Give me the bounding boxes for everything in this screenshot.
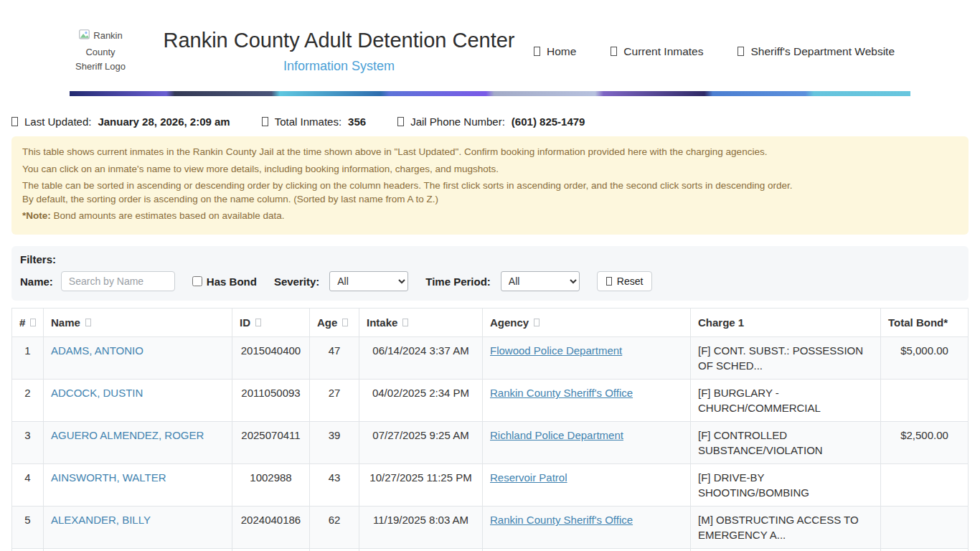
row-number: 2 <box>12 380 44 422</box>
info-paragraph-3: The table can be sorted in ascending or … <box>22 179 958 207</box>
nav-item-sheriff-website[interactable]: Sheriff's Department Website <box>738 45 895 58</box>
total-inmates-label: Total Inmates: <box>275 116 341 128</box>
total-inmates-value: 356 <box>348 116 366 128</box>
inmate-age: 62 <box>310 507 359 549</box>
agency-link[interactable]: Richland Police Department <box>490 429 623 441</box>
nav-item-current-inmates[interactable]: Current Inmates <box>611 45 703 58</box>
table-row: 4 AINSWORTH, WALTER 1002988 43 10/27/202… <box>12 464 969 507</box>
inmates-icon <box>611 47 617 56</box>
column-header-name[interactable]: Name <box>44 309 232 337</box>
status-bar: Last Updated: January 28, 2026, 2:09 am … <box>11 116 969 128</box>
agency-cell: Reservoir Patrol <box>483 464 691 507</box>
agency-link[interactable]: Reservoir Patrol <box>490 471 567 484</box>
phone-icon <box>397 117 404 126</box>
home-icon <box>534 47 540 56</box>
severity-select[interactable]: All <box>329 271 408 291</box>
sheriff-logo: Rankin County Sheriff Logo <box>70 29 131 74</box>
column-header-agency[interactable]: Agency <box>483 309 691 337</box>
table-header-row: # Name ID Age Intake Agency Charge 1 Tot… <box>12 309 969 337</box>
info-note: *Note: Bond amounts are estimates based … <box>22 209 958 223</box>
info-paragraph-3-line1: The table can be sorted in ascending or … <box>22 180 793 191</box>
row-number: 3 <box>12 422 44 464</box>
inmate-age: 43 <box>310 464 359 507</box>
nav-label-sheriff-website: Sheriff's Department Website <box>750 45 895 58</box>
page-title: Rankin County Adult Detention Center <box>144 29 534 52</box>
calendar-icon <box>11 117 18 126</box>
table-row: 1 ADAMS, ANTONIO 2015040400 47 06/14/202… <box>12 337 969 380</box>
inmate-name-link[interactable]: AGUERO ALMENDEZ, ROGER <box>51 429 204 441</box>
agency-cell: Flowood Police Department <box>483 337 691 380</box>
logo-alt-text-1: Rankin <box>93 30 122 41</box>
agency-cell: Rankin County Sheriff's Office <box>483 507 691 549</box>
logo-alt-text-2: County <box>85 47 115 57</box>
inmate-age: 39 <box>310 422 359 464</box>
header-gradient-divider <box>70 91 910 96</box>
row-number: 5 <box>12 507 44 549</box>
agency-link[interactable]: Rankin County Sheriff's Office <box>490 514 633 526</box>
inmate-name-cell: ADAMS, ANTONIO <box>44 337 232 380</box>
sort-icon <box>30 319 36 326</box>
agency-cell: Richland Police Department <box>483 422 691 464</box>
total-bond: $5,000.00 <box>881 337 969 380</box>
inmate-id: 2011050093 <box>232 380 310 422</box>
intake-datetime: 10/27/2025 11:25 PM <box>359 464 483 507</box>
charge-text: [F] DRIVE-BY SHOOTING/BOMBING <box>691 464 881 507</box>
intake-datetime: 11/19/2025 8:03 AM <box>359 507 483 549</box>
jail-phone-status: Jail Phone Number: (601) 825-1479 <box>397 116 585 128</box>
reset-filters-button[interactable]: Reset <box>597 271 653 291</box>
column-header-age[interactable]: Age <box>310 309 359 337</box>
column-header-id[interactable]: ID <box>232 309 310 337</box>
info-paragraph-3-line2: By default, the sorting order is ascendi… <box>22 194 438 204</box>
table-row: 3 AGUERO ALMENDEZ, ROGER 2025070411 39 0… <box>12 422 969 464</box>
charge-text: [F] BURGLARY - CHURCH/COMMERCIAL <box>691 380 881 422</box>
nav-item-home[interactable]: Home <box>534 45 576 58</box>
last-updated-label: Last Updated: <box>24 116 91 128</box>
time-period-select[interactable]: All <box>501 271 580 291</box>
row-number: 4 <box>12 464 44 507</box>
jail-phone-value: (601) 825-1479 <box>512 116 585 128</box>
sort-icon <box>342 319 348 326</box>
total-bond <box>881 464 969 507</box>
page-subtitle: Information System <box>144 59 534 74</box>
info-note-text: Bond amounts are estimates based on avai… <box>54 210 285 221</box>
total-inmates-status: Total Inmates: 356 <box>262 116 366 128</box>
info-note-label: *Note: <box>22 210 51 221</box>
inmate-id: 2015040400 <box>232 337 310 380</box>
time-period-filter-label: Time Period: <box>425 276 491 288</box>
inmates-table: # Name ID Age Intake Agency Charge 1 Tot… <box>11 308 969 551</box>
external-link-icon <box>738 47 744 56</box>
column-header-number[interactable]: # <box>12 309 44 337</box>
agency-cell: Rankin County Sheriff's Office <box>483 380 691 422</box>
info-notice-box: This table shows current inmates in the … <box>11 136 969 235</box>
sort-icon <box>85 319 91 326</box>
total-bond: $2,500.00 <box>881 422 969 464</box>
agency-link[interactable]: Rankin County Sheriff's Office <box>490 387 633 399</box>
inmate-name-cell: ALEXANDER, BILLY <box>44 507 232 549</box>
users-icon <box>262 117 268 126</box>
table-row: 5 ALEXANDER, BILLY 2024040186 62 11/19/2… <box>12 507 969 549</box>
agency-link[interactable]: Flowood Police Department <box>490 344 622 357</box>
name-filter-label: Name: <box>20 276 53 288</box>
charge-text: [M] OBSTRUCTING ACCESS TO EMERGENCY A... <box>691 507 881 549</box>
sort-icon <box>402 319 408 326</box>
inmate-name-link[interactable]: AINSWORTH, WALTER <box>51 471 166 484</box>
row-number: 1 <box>12 337 44 380</box>
has-bond-checkbox[interactable] <box>192 276 202 286</box>
column-header-total-bond: Total Bond* <box>881 309 969 337</box>
has-bond-filter[interactable]: Has Bond <box>192 276 257 288</box>
main-nav: Home Current Inmates Sheriff's Departmen… <box>534 45 910 58</box>
inmate-name-link[interactable]: ADAMS, ANTONIO <box>51 344 143 357</box>
last-updated-value: January 28, 2026, 2:09 am <box>98 116 230 128</box>
inmate-name-link[interactable]: ALEXANDER, BILLY <box>51 514 151 526</box>
filters-panel: Filters: Name: Has Bond Severity: All Ti… <box>11 246 969 301</box>
intake-datetime: 04/02/2025 2:34 PM <box>359 380 483 422</box>
column-header-intake[interactable]: Intake <box>359 309 483 337</box>
intake-datetime: 06/14/2024 3:37 AM <box>359 337 483 380</box>
sort-icon <box>534 319 540 326</box>
search-input[interactable] <box>61 271 175 291</box>
inmate-name-link[interactable]: ADCOCK, DUSTIN <box>51 387 143 399</box>
inmate-id: 1002988 <box>232 464 310 507</box>
jail-phone-label: Jail Phone Number: <box>410 116 505 128</box>
inmate-name-cell: AGUERO ALMENDEZ, ROGER <box>44 422 232 464</box>
inmate-id: 2025070411 <box>232 422 310 464</box>
